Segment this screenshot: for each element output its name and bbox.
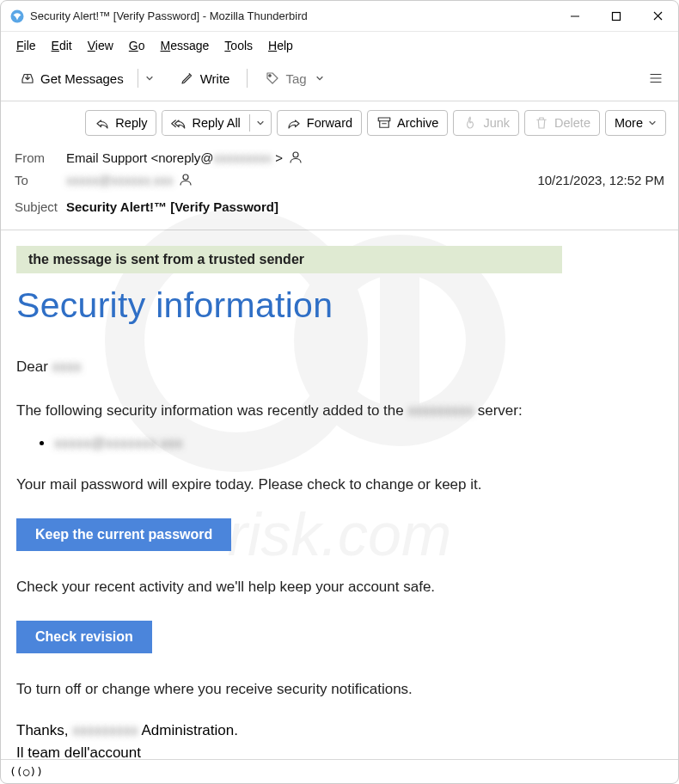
body-list: xxxxx@xxxxxxx.xxx (54, 433, 663, 454)
contact-icon[interactable] (288, 150, 303, 165)
tag-button[interactable]: Tag (256, 65, 332, 91)
to-label: To (15, 173, 66, 187)
tag-label: Tag (285, 71, 306, 86)
check-revision-button[interactable]: Check revision (16, 621, 152, 653)
write-label: Write (200, 71, 230, 86)
svg-point-14 (293, 152, 298, 157)
close-button[interactable] (637, 1, 678, 32)
app-menu-button[interactable] (640, 64, 671, 92)
menu-file[interactable]: File (9, 35, 43, 56)
trash-icon (534, 115, 549, 131)
team-line: Il team dell'account (16, 744, 663, 762)
list-item: xxxxx@xxxxxxx.xxx (54, 433, 663, 454)
forward-icon (286, 115, 302, 131)
svg-rect-13 (378, 118, 390, 121)
svg-rect-6 (613, 12, 621, 20)
menu-edit[interactable]: Edit (45, 35, 79, 56)
minimize-button[interactable] (554, 1, 596, 32)
body-paragraph-1: The following security information was r… (16, 401, 663, 422)
to-value: xxxxx@xxxxxx.xxx (66, 173, 173, 187)
email-body: the message is sent from a trusted sende… (1, 230, 678, 782)
message-date: 10/21/2023, 12:52 PM (537, 173, 664, 187)
menu-view[interactable]: View (81, 35, 120, 56)
thunderbird-icon (9, 9, 25, 24)
body-paragraph-3: Check your recent activity and we'll hel… (16, 577, 663, 598)
thanks-line: Thanks, xxxxxxxxx Administration. (16, 722, 663, 739)
subject-label: Subject (15, 199, 66, 214)
tag-icon (265, 70, 280, 86)
reply-button[interactable]: Reply (85, 110, 156, 136)
get-messages-button[interactable]: Get Messages (11, 65, 132, 91)
get-messages-label: Get Messages (40, 71, 124, 86)
from-row: From Email Support <noreply@xxxxxxxxx > (15, 146, 664, 168)
menu-help[interactable]: Help (261, 35, 300, 56)
menubar: File Edit View Go Message Tools Help (1, 32, 678, 59)
menu-go[interactable]: Go (122, 35, 152, 56)
reply-all-button[interactable]: Reply All (162, 111, 248, 135)
to-row: To xxxxx@xxxxxx.xxx 10/21/2023, 12:52 PM (15, 168, 664, 191)
reply-all-icon (171, 115, 187, 131)
flame-icon (462, 115, 478, 131)
toolbar: Get Messages Write Tag (1, 59, 678, 101)
more-button[interactable]: More (605, 110, 666, 136)
menu-tools[interactable]: Tools (217, 35, 260, 56)
delete-button[interactable]: Delete (524, 110, 600, 136)
forward-label: Forward (307, 116, 352, 130)
svg-point-9 (269, 75, 271, 77)
subject-value: Security Alert!™ [Verify Password] (66, 199, 278, 214)
inbox-download-icon (20, 70, 35, 86)
keep-password-button[interactable]: Keep the current password (16, 518, 231, 551)
get-messages-chevron[interactable] (138, 69, 161, 88)
menu-message[interactable]: Message (154, 35, 217, 56)
archive-icon (376, 115, 392, 131)
reply-label: Reply (115, 116, 147, 130)
separator (247, 69, 248, 88)
pencil-icon (180, 70, 195, 86)
message-actions: Reply Reply All Forward Archive Junk Del… (1, 101, 678, 141)
delete-label: Delete (554, 116, 590, 130)
more-label: More (615, 116, 643, 130)
archive-button[interactable]: Archive (367, 110, 448, 136)
subject-row: Subject Security Alert!™ [Verify Passwor… (15, 196, 664, 217)
body-paragraph-2: Your mail password will expire today. Pl… (16, 475, 663, 496)
archive-label: Archive (397, 116, 438, 130)
junk-label: Junk (483, 116, 510, 130)
hamburger-icon (648, 70, 664, 86)
body-paragraph-4: To turn off or change where you receive … (16, 679, 663, 701)
from-label: From (15, 150, 66, 165)
maximize-button[interactable] (596, 1, 637, 32)
titlebar: Security Alert!™ [Verify Password] - Moz… (1, 1, 678, 32)
reply-all-group: Reply All (162, 110, 271, 136)
trusted-sender-banner: the message is sent from a trusted sende… (16, 246, 562, 273)
reply-all-chevron[interactable] (249, 114, 271, 132)
svg-point-15 (183, 175, 188, 180)
greeting: Dear xxxx (16, 357, 663, 378)
body-heading: Security information (16, 285, 663, 326)
write-button[interactable]: Write (171, 65, 239, 91)
from-value: Email Support <noreply@xxxxxxxxx > (66, 150, 283, 165)
reply-icon (95, 115, 110, 131)
forward-button[interactable]: Forward (277, 110, 362, 136)
junk-button[interactable]: Junk (453, 110, 519, 136)
reply-all-label: Reply All (192, 116, 240, 130)
window-title: Security Alert!™ [Verify Password] - Moz… (30, 9, 308, 22)
message-headers: From Email Support <noreply@xxxxxxxxx > … (1, 141, 678, 230)
contact-icon[interactable] (178, 172, 193, 187)
